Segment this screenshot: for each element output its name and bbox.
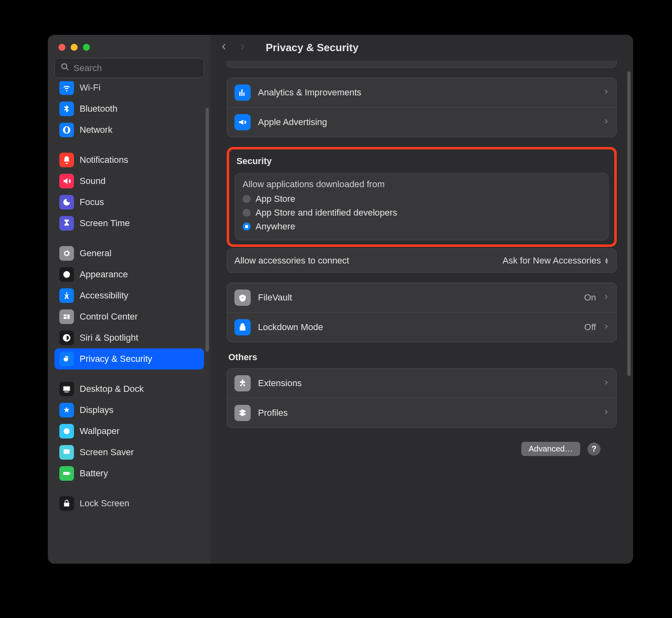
sidebar-item-network[interactable]: Network bbox=[54, 119, 204, 140]
sidebar-item-label: Desktop & Dock bbox=[80, 384, 144, 394]
sidebar-item-bluetooth[interactable]: Bluetooth bbox=[54, 98, 204, 119]
accessories-label: Allow accessories to connect bbox=[234, 255, 349, 266]
row-label: FileVault bbox=[258, 292, 577, 303]
screensaver-icon bbox=[59, 445, 74, 460]
sidebar-item-battery[interactable]: Battery bbox=[54, 463, 204, 484]
search-input[interactable] bbox=[74, 63, 198, 73]
control-center-icon bbox=[59, 309, 74, 324]
back-button[interactable] bbox=[220, 41, 228, 54]
sidebar-item-wallpaper[interactable]: Wallpaper bbox=[54, 421, 204, 442]
search-icon bbox=[61, 63, 69, 73]
close-window-button[interactable] bbox=[59, 44, 65, 51]
sidebar-item-desktop-dock[interactable]: Desktop & Dock bbox=[54, 378, 204, 400]
tracking-panel: Analytics & ImprovementsApple Advertisin… bbox=[227, 78, 617, 137]
content-area[interactable]: Analytics & ImprovementsApple Advertisin… bbox=[210, 61, 633, 564]
sidebar-item-notifications[interactable]: Notifications bbox=[54, 149, 204, 171]
sidebar-item-label: Focus bbox=[80, 197, 104, 207]
sidebar-item-accessibility[interactable]: Accessibility bbox=[54, 285, 204, 306]
sidebar-item-focus[interactable]: Focus bbox=[54, 192, 204, 213]
filevault-icon bbox=[234, 290, 251, 306]
sidebar-item-label: Wi-Fi bbox=[80, 82, 100, 93]
radio-button[interactable] bbox=[243, 195, 251, 203]
sidebar-item-control-center[interactable]: Control Center bbox=[54, 306, 204, 327]
row-lockdown-mode[interactable]: Lockdown ModeOff bbox=[227, 313, 616, 342]
sidebar-item-wi-fi[interactable]: Wi-Fi bbox=[54, 81, 204, 98]
sidebar-item-appearance[interactable]: Appearance bbox=[54, 264, 204, 285]
sidebar: Wi-FiBluetoothNetworkNotificationsSoundF… bbox=[48, 35, 210, 564]
sidebar-item-label: Sound bbox=[80, 176, 106, 186]
siri-icon bbox=[59, 331, 74, 345]
titlebar: Privacy & Security bbox=[210, 35, 633, 61]
fullscreen-window-button[interactable] bbox=[83, 44, 90, 51]
radio-app-store[interactable]: App Store bbox=[243, 192, 601, 206]
profiles-icon bbox=[234, 405, 251, 421]
sidebar-item-screen-saver[interactable]: Screen Saver bbox=[54, 442, 204, 463]
displays-icon bbox=[59, 403, 74, 417]
sidebar-item-label: Accessibility bbox=[80, 290, 128, 301]
analytics-icon bbox=[234, 84, 251, 101]
allow-apps-label: Allow applications downloaded from bbox=[243, 179, 601, 190]
row-filevault[interactable]: FileVaultOn bbox=[227, 283, 616, 313]
advanced-button[interactable]: Advanced… bbox=[521, 442, 580, 456]
sidebar-item-general[interactable]: General bbox=[54, 243, 204, 264]
radio-app-store-and-identified-developers[interactable]: App Store and identified developers bbox=[243, 206, 601, 220]
sidebar-item-label: Displays bbox=[80, 405, 113, 415]
chevron-right-icon bbox=[603, 377, 609, 390]
sidebar-item-displays[interactable]: Displays bbox=[54, 400, 204, 421]
appearance-icon bbox=[59, 267, 74, 282]
radio-button[interactable] bbox=[243, 223, 251, 231]
accessories-select[interactable]: Ask for New Accessories ▲▼ bbox=[503, 255, 609, 266]
row-extensions[interactable]: Extensions bbox=[227, 369, 616, 398]
security-allow-panel: Allow applications downloaded from App S… bbox=[235, 173, 609, 240]
chevron-right-icon bbox=[603, 321, 609, 334]
radio-button[interactable] bbox=[243, 209, 251, 217]
sidebar-item-siri-spotlight[interactable]: Siri & Spotlight bbox=[54, 327, 204, 348]
chevron-right-icon bbox=[603, 116, 609, 129]
security-section-title: Security bbox=[235, 156, 609, 168]
sidebar-item-label: Siri & Spotlight bbox=[80, 333, 138, 343]
main-scrollbar[interactable] bbox=[627, 71, 631, 376]
forward-button[interactable] bbox=[239, 41, 246, 54]
sidebar-item-label: Control Center bbox=[80, 311, 138, 322]
radio-label: App Store and identified developers bbox=[256, 207, 397, 218]
sidebar-item-sound[interactable]: Sound bbox=[54, 171, 204, 192]
row-label: Analytics & Improvements bbox=[258, 87, 596, 98]
row-label: Extensions bbox=[258, 378, 596, 389]
sidebar-item-label: Privacy & Security bbox=[80, 354, 152, 364]
sidebar-item-label: General bbox=[80, 248, 111, 259]
security-highlight: Security Allow applications downloaded f… bbox=[227, 147, 617, 247]
network-icon bbox=[59, 123, 74, 137]
sidebar-item-screen-time[interactable]: Screen Time bbox=[54, 213, 204, 234]
row-label: Profiles bbox=[258, 408, 596, 418]
row-value: Off bbox=[584, 322, 596, 333]
wifi-icon bbox=[59, 81, 74, 95]
help-button[interactable]: ? bbox=[587, 443, 600, 456]
minimize-window-button[interactable] bbox=[71, 44, 78, 51]
row-analytics-improvements[interactable]: Analytics & Improvements bbox=[227, 78, 616, 108]
sidebar-item-privacy-security[interactable]: Privacy & Security bbox=[54, 348, 204, 370]
allow-apps-radio-group: App StoreApp Store and identified develo… bbox=[243, 192, 601, 233]
row-apple-advertising[interactable]: Apple Advertising bbox=[227, 108, 616, 137]
sidebar-scrollbar[interactable] bbox=[206, 108, 209, 352]
sidebar-item-label: Bluetooth bbox=[80, 104, 117, 114]
sidebar-item-label: Appearance bbox=[80, 269, 128, 280]
sidebar-item-lock-screen[interactable]: Lock Screen bbox=[54, 493, 204, 514]
accessibility-icon bbox=[59, 288, 74, 303]
radio-anywhere[interactable]: Anywhere bbox=[243, 220, 601, 233]
sidebar-item-label: Screen Saver bbox=[80, 447, 134, 458]
focus-icon bbox=[59, 195, 74, 210]
gear-icon bbox=[59, 246, 74, 261]
bell-icon bbox=[59, 153, 74, 167]
row-label: Apple Advertising bbox=[258, 117, 596, 127]
page-title: Privacy & Security bbox=[266, 41, 358, 54]
sidebar-item-label: Network bbox=[80, 125, 113, 135]
chevron-right-icon bbox=[603, 407, 609, 419]
search-field[interactable] bbox=[54, 58, 204, 78]
row-profiles[interactable]: Profiles bbox=[227, 398, 616, 428]
accessories-row: Allow accessories to connect Ask for New… bbox=[227, 248, 617, 273]
window-controls bbox=[48, 35, 210, 55]
sidebar-list[interactable]: Wi-FiBluetoothNetworkNotificationsSoundF… bbox=[48, 81, 210, 564]
radio-label: Anywhere bbox=[256, 221, 295, 232]
sidebar-item-label: Lock Screen bbox=[80, 498, 129, 509]
others-section-title: Others bbox=[227, 352, 617, 364]
